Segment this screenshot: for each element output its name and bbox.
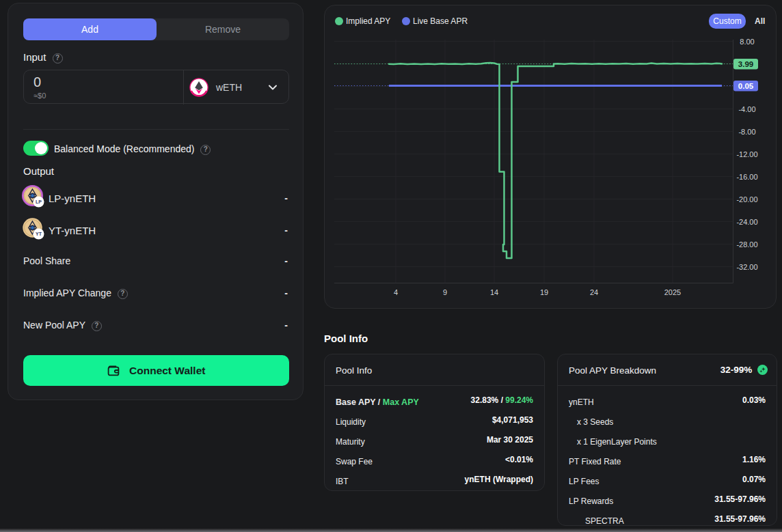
svg-text:LP: LP bbox=[36, 199, 42, 204]
svg-text:YT: YT bbox=[36, 232, 42, 236]
svg-text:-8.00: -8.00 bbox=[738, 128, 755, 136]
svg-text:14: 14 bbox=[490, 288, 498, 296]
svg-text:-4.00: -4.00 bbox=[738, 105, 755, 113]
svg-text:-16.00: -16.00 bbox=[736, 173, 757, 181]
svg-text:9: 9 bbox=[443, 288, 447, 296]
svg-text:3.99: 3.99 bbox=[738, 60, 753, 68]
svg-text:24: 24 bbox=[590, 288, 598, 296]
svg-text:-20.00: -20.00 bbox=[736, 195, 757, 204]
svg-text:0.05: 0.05 bbox=[738, 82, 754, 90]
svg-text:-12.00: -12.00 bbox=[736, 150, 757, 158]
svg-text:19: 19 bbox=[540, 288, 548, 296]
svg-text:8.00: 8.00 bbox=[740, 38, 754, 46]
svg-text:-32.00: -32.00 bbox=[736, 263, 757, 271]
svg-text:-28.00: -28.00 bbox=[736, 240, 757, 249]
svg-text:2025: 2025 bbox=[664, 288, 681, 296]
svg-text:4: 4 bbox=[394, 288, 398, 296]
svg-text:-24.00: -24.00 bbox=[736, 218, 757, 226]
